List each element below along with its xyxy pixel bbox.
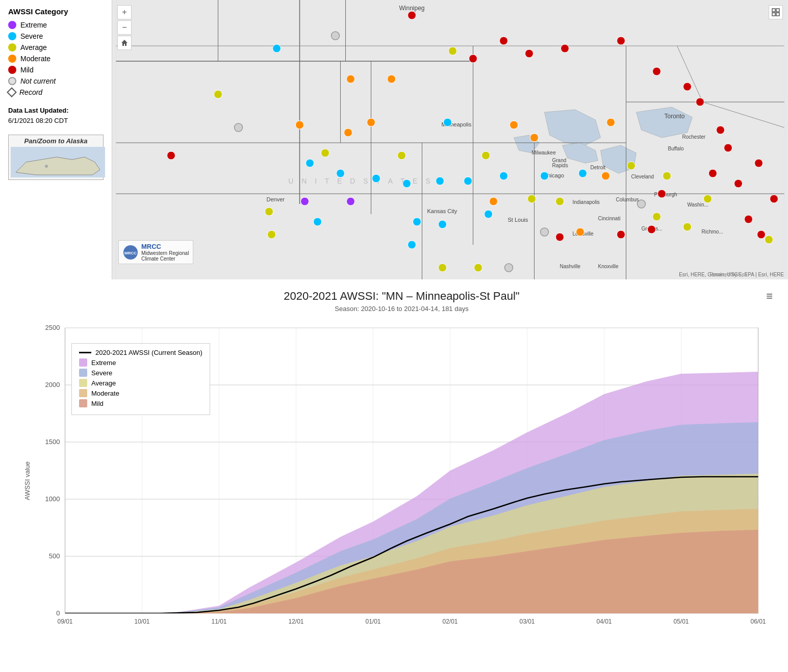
- not-current-label: Not current: [20, 77, 56, 85]
- home-button[interactable]: [117, 36, 132, 50]
- legend-item-extreme: Extreme: [8, 21, 104, 29]
- svg-point-66: [658, 190, 666, 198]
- svg-point-107: [296, 121, 304, 129]
- legend-current-season: 2020-2021 AWSSI (Current Season): [79, 349, 202, 356]
- moderate-label: Moderate: [20, 55, 50, 63]
- svg-text:03/01: 03/01: [519, 618, 535, 625]
- moderate-band-swatch: [79, 389, 87, 397]
- svg-text:Rochester: Rochester: [682, 134, 706, 140]
- extreme-band-label: Extreme: [91, 359, 116, 367]
- chart-legend: 2020-2021 AWSSI (Current Season) Extreme…: [71, 343, 210, 415]
- map-area[interactable]: U N I T E D S T A T E S Winnipeg Minneap…: [112, 0, 788, 279]
- svg-rect-123: [772, 9, 775, 12]
- alaska-pan-zoom[interactable]: Pan/Zoom to Alaska: [8, 135, 104, 180]
- svg-point-102: [265, 208, 273, 216]
- svg-text:Washin...: Washin...: [688, 202, 708, 208]
- moderate-band-label: Moderate: [91, 390, 119, 397]
- svg-text:Cleveland: Cleveland: [631, 174, 654, 179]
- svg-text:0: 0: [56, 609, 60, 617]
- svg-rect-124: [776, 9, 779, 12]
- svg-point-115: [602, 172, 610, 180]
- svg-point-117: [301, 197, 309, 205]
- svg-text:1000: 1000: [45, 495, 60, 503]
- grid-view-button[interactable]: [769, 5, 783, 19]
- svg-text:St Louis: St Louis: [508, 217, 528, 223]
- legend-item-not-current: Not current: [8, 77, 104, 85]
- svg-text:Milwaukee: Milwaukee: [532, 150, 556, 156]
- svg-text:MRCC: MRCC: [124, 251, 137, 255]
- svg-text:12/01: 12/01: [288, 618, 303, 625]
- svg-rect-126: [776, 13, 779, 16]
- svg-text:Cincinnati: Cincinnati: [598, 216, 621, 221]
- svg-text:Rapids: Rapids: [552, 163, 568, 168]
- svg-point-51: [500, 37, 508, 45]
- svg-text:Nashville: Nashville: [560, 264, 581, 269]
- svg-point-53: [469, 55, 477, 63]
- chart-y-axis-label: AWSSI value: [23, 461, 31, 500]
- svg-point-121: [505, 264, 513, 272]
- svg-point-103: [268, 230, 276, 239]
- svg-point-77: [403, 179, 411, 188]
- svg-text:Denver: Denver: [267, 196, 285, 202]
- svg-text:04/01: 04/01: [596, 618, 612, 625]
- svg-text:Buffalo: Buffalo: [668, 146, 684, 151]
- zoom-out-button[interactable]: −: [117, 20, 132, 35]
- legend-item-mild: Mild: [8, 66, 104, 74]
- zoom-in-button[interactable]: +: [117, 5, 132, 19]
- svg-point-80: [500, 172, 508, 180]
- svg-text:Knoxville: Knoxville: [598, 264, 619, 269]
- mrcc-full-name: Midwestern RegionalClimate Center: [141, 250, 189, 262]
- svg-point-71: [167, 151, 175, 160]
- legend-item-average: Average: [8, 43, 104, 51]
- average-band-label: Average: [91, 379, 116, 387]
- svg-point-63: [755, 159, 763, 167]
- svg-point-64: [745, 215, 753, 223]
- extreme-label: Extreme: [20, 21, 47, 29]
- svg-point-100: [439, 264, 447, 272]
- extreme-dot: [8, 21, 16, 29]
- svg-point-114: [576, 228, 584, 236]
- severe-dot: [8, 32, 16, 40]
- svg-point-96: [663, 172, 671, 180]
- mrcc-logo: MRCC MRCC Midwestern RegionalClimate Cen…: [118, 240, 193, 264]
- svg-point-58: [696, 98, 704, 106]
- chart-menu-button[interactable]: ≡: [766, 290, 773, 303]
- svg-text:Detroit: Detroit: [591, 165, 606, 170]
- severe-band-label: Severe: [91, 369, 112, 377]
- legend-extreme-band: Extreme: [79, 358, 202, 367]
- legend-panel: AWSSI Category Extreme Severe Average Mo…: [0, 0, 112, 279]
- svg-point-118: [332, 32, 340, 40]
- svg-point-72: [273, 44, 281, 53]
- legend-item-record: Record: [8, 88, 104, 96]
- record-diamond: [7, 87, 17, 97]
- svg-point-76: [372, 174, 380, 183]
- svg-point-56: [653, 67, 661, 75]
- map-controls: + −: [117, 5, 132, 50]
- svg-text:Toronto: Toronto: [665, 113, 685, 120]
- home-icon: [121, 39, 128, 46]
- svg-text:500: 500: [49, 552, 60, 560]
- legend-mild-band: Mild: [79, 399, 202, 407]
- svg-point-87: [579, 169, 587, 177]
- svg-point-108: [344, 128, 352, 137]
- chart-title: 2020-2021 AWSSI: "MN – Minneapolis-St Pa…: [31, 290, 773, 303]
- svg-point-113: [490, 197, 498, 205]
- chart-container: AWSSI value 0 500 1000 1500 2000 2500: [31, 323, 773, 639]
- svg-point-99: [704, 195, 712, 203]
- svg-point-70: [770, 195, 778, 203]
- mrcc-name: MRCC: [141, 243, 189, 250]
- svg-point-75: [337, 169, 345, 177]
- mild-dot: [8, 66, 16, 74]
- svg-point-106: [347, 75, 355, 83]
- powered-by-esri: Powered by Esri: [710, 272, 747, 277]
- svg-rect-125: [772, 13, 775, 16]
- svg-point-105: [388, 75, 396, 83]
- average-band-swatch: [79, 379, 87, 387]
- svg-point-95: [627, 162, 636, 170]
- svg-point-61: [709, 169, 717, 177]
- svg-text:1500: 1500: [45, 438, 60, 446]
- svg-point-54: [561, 44, 569, 53]
- not-current-circle: [8, 77, 16, 85]
- average-dot: [8, 43, 16, 51]
- severe-label: Severe: [20, 32, 43, 40]
